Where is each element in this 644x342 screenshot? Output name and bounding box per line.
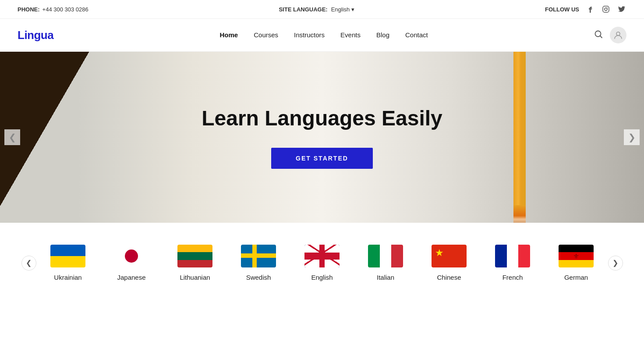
flag-sweden <box>241 245 276 267</box>
site-language-label: SITE LANGUAGE: <box>279 6 327 13</box>
language-items: Ukrainian Japanese Lithuanian Swedish En… <box>36 245 608 281</box>
flag-france <box>495 245 530 267</box>
language-label-japanese: Japanese <box>117 274 145 281</box>
language-item-chinese[interactable]: Chinese <box>418 245 481 281</box>
topbar-language: SITE LANGUAGE: English ▾ <box>279 6 354 13</box>
phone-number: +44 300 303 0286 <box>42 6 88 13</box>
language-label-ukrainian: Ukrainian <box>54 274 81 281</box>
language-item-japanese[interactable]: Japanese <box>100 245 163 281</box>
topbar: PHONE: +44 300 303 0286 SITE LANGUAGE: E… <box>0 0 644 19</box>
language-item-german[interactable]: German <box>545 245 608 281</box>
languages-next-button[interactable]: ❯ <box>608 256 623 271</box>
instagram-icon[interactable] <box>601 4 611 14</box>
nav-link-events[interactable]: Events <box>340 31 361 39</box>
language-item-italian[interactable]: Italian <box>354 245 418 281</box>
nav-link-home[interactable]: Home <box>220 31 238 39</box>
hero-pencil-decoration <box>513 52 526 223</box>
language-section: ❮ Ukrainian Japanese Lithuanian Swedish … <box>0 223 644 303</box>
svg-point-1 <box>605 8 607 11</box>
language-label-chinese: Chinese <box>437 274 461 281</box>
language-item-english[interactable]: English <box>290 245 354 281</box>
user-account-button[interactable] <box>610 27 626 43</box>
hero-content: Learn Languages Easily GET STARTED <box>202 106 442 169</box>
language-item-ukrainian[interactable]: Ukrainian <box>36 245 100 281</box>
twitter-icon[interactable] <box>617 4 626 14</box>
nav-link-blog[interactable]: Blog <box>376 31 389 39</box>
svg-line-4 <box>600 36 602 38</box>
nav-item-events[interactable]: Events <box>340 31 361 39</box>
nav-link-instructors[interactable]: Instructors <box>294 31 325 39</box>
language-label-french: French <box>502 274 523 281</box>
svg-point-5 <box>616 32 620 36</box>
hero-next-button[interactable]: ❯ <box>624 129 640 145</box>
language-value: English <box>331 6 350 13</box>
language-item-french[interactable]: French <box>481 245 545 281</box>
flag-uk <box>304 245 340 267</box>
language-label-swedish: Swedish <box>246 274 271 281</box>
site-logo[interactable]: Lingua <box>18 28 53 42</box>
nav-item-courses[interactable]: Courses <box>254 31 278 39</box>
chevron-down-icon: ▾ <box>351 6 354 13</box>
hero-section: Learn Languages Easily GET STARTED ❮ ❯ <box>0 52 644 223</box>
phone-label: PHONE: <box>18 6 40 13</box>
languages-prev-button[interactable]: ❮ <box>21 256 36 271</box>
nav-item-blog[interactable]: Blog <box>376 31 389 39</box>
topbar-phone: PHONE: +44 300 303 0286 <box>18 6 88 13</box>
follow-label: FOLLOW US <box>545 6 579 13</box>
language-label-lithuanian: Lithuanian <box>180 274 210 281</box>
nav-item-instructors[interactable]: Instructors <box>294 31 325 39</box>
nav-item-contact[interactable]: Contact <box>405 31 428 39</box>
flag-japan <box>114 245 149 267</box>
nav-actions <box>594 27 626 43</box>
flag-germany <box>559 245 594 267</box>
language-item-swedish[interactable]: Swedish <box>227 245 290 281</box>
nav-links: Home Courses Instructors Events Blog Con… <box>220 31 428 39</box>
language-label-english: English <box>311 274 333 281</box>
facebook-icon[interactable] <box>585 4 595 14</box>
language-item-lithuanian[interactable]: Lithuanian <box>163 245 227 281</box>
svg-point-2 <box>607 7 608 8</box>
language-label-german: German <box>564 274 588 281</box>
nav-link-courses[interactable]: Courses <box>254 31 278 39</box>
get-started-button[interactable]: GET STARTED <box>271 148 373 169</box>
svg-rect-0 <box>603 6 609 12</box>
language-selector[interactable]: English ▾ <box>331 6 355 13</box>
nav-item-home[interactable]: Home <box>220 31 238 39</box>
flag-china <box>432 245 467 267</box>
flag-ukraine <box>50 245 85 267</box>
hero-title: Learn Languages Easily <box>202 106 442 130</box>
language-label-italian: Italian <box>377 274 394 281</box>
search-button[interactable] <box>594 30 603 41</box>
nav-link-contact[interactable]: Contact <box>405 31 428 39</box>
hero-prev-button[interactable]: ❮ <box>4 129 20 145</box>
flag-italy <box>368 245 403 267</box>
topbar-social: FOLLOW US <box>545 4 626 14</box>
navbar: Lingua Home Courses Instructors Events B… <box>0 19 644 52</box>
flag-lithuania <box>177 245 212 267</box>
